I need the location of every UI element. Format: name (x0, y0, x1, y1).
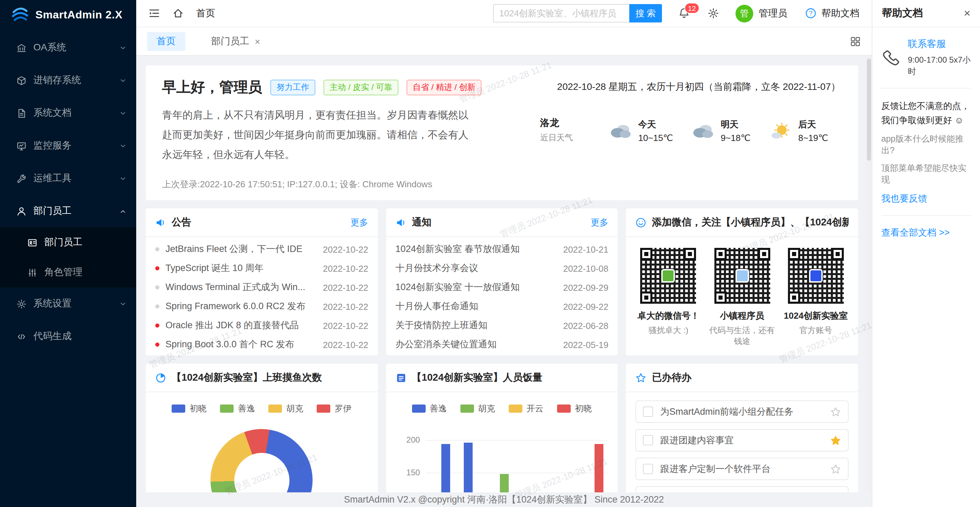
settings-button[interactable] (708, 8, 719, 19)
list-item[interactable]: 1024创新实验室 春节放假通知2022-10-21 (395, 240, 608, 259)
card-title: 添加微信，关注【小镇程序员】、【1024创新 (652, 216, 849, 229)
todo-text: 跟进客户定制一个软件平台 (660, 463, 830, 475)
speaker-icon (395, 217, 406, 228)
close-icon[interactable]: × (964, 6, 970, 20)
sidebar-item-monitor[interactable]: 监控服务 (0, 129, 136, 162)
welcome-title-row: 早上好，管理员 努力工作 主动 / 皮实 / 可靠 自省 / 精进 / 创新 (162, 78, 482, 97)
announcements-header: 公告 更多 (146, 208, 378, 237)
row-announcements: 公告 更多 JetBrains Fleet 公测，下一代 IDE2022-10-… (146, 208, 858, 356)
box-icon (16, 75, 27, 86)
legend-item: 善逸 (220, 403, 255, 414)
list-item[interactable]: Spring Boot 3.0.0 首个 RC 发布2022-10-22 (155, 335, 368, 354)
search-input[interactable] (493, 4, 629, 22)
legend-label: 善逸 (238, 403, 255, 414)
scrollbar-thumb[interactable] (867, 59, 871, 161)
sidebar-item-docs[interactable]: 系统文档 (0, 97, 136, 129)
svg-text:?: ? (809, 10, 813, 17)
gridline (425, 473, 607, 473)
list-item[interactable]: 办公室消杀关键位置通知2022-05-19 (395, 335, 608, 354)
list-item[interactable]: Windows Terminal 正式成为 Win...2022-10-22 (155, 278, 368, 297)
weather-day-today: 今天 10~15℃ (608, 118, 673, 143)
list-item[interactable]: JetBrains Fleet 公测，下一代 IDE2022-10-22 (155, 240, 368, 259)
notices-list: 1024创新实验室 春节放假通知2022-10-21 十月份技术分享会议2022… (386, 237, 618, 354)
footer-copyright: SmartAdmin V2.x @copyright 河南·洛阳【1024创新实… (136, 492, 872, 507)
header-right: 搜 索 12 管 管理员 ? 帮助文档 (493, 4, 859, 22)
list-item[interactable]: TypeScript 诞生 10 周年2022-10-22 (155, 259, 368, 278)
announcements-more-link[interactable]: 更多 (350, 216, 368, 229)
legend-label: 开云 (527, 403, 544, 414)
sidebar-item-oa[interactable]: OA系统 (0, 31, 136, 64)
list-item[interactable]: 十月份人事任命通知2022-09-22 (395, 297, 608, 316)
meal-chart-header: 【1024创新实验室】人员饭量 (386, 364, 618, 392)
qr-1024lab: 1024创新实验室 官方账号 (780, 248, 851, 346)
list-item[interactable]: 关于疫情防控上班通知2022-06-28 (395, 316, 608, 335)
sidebar-subitem-dept-staff[interactable]: 部门员工 (0, 227, 136, 257)
cloud-icon (690, 122, 715, 139)
todo-item[interactable]: 为SmartAdmin前端小组分配任务 (636, 401, 849, 423)
todo-checkbox[interactable] (643, 435, 654, 445)
feedback-heading: 反馈让您不满意的点，我们争取做到更好 ☺ (881, 99, 971, 127)
star-toggle-icon[interactable] (830, 406, 841, 417)
list-item[interactable]: Spring Framework 6.0.0 RC2 发布2022-10-22 (155, 297, 368, 316)
legend-item: 罗伊 (317, 403, 352, 414)
legend-item: 胡克 (269, 403, 304, 414)
sidebar-subitem-roles[interactable]: 角色管理 (0, 257, 136, 288)
star-toggle-icon[interactable] (830, 463, 841, 474)
todo-checkbox[interactable] (643, 464, 654, 474)
chevron-down-icon (119, 109, 127, 117)
bullet-dot (155, 266, 159, 270)
tab-home[interactable]: 首页 (147, 32, 185, 51)
legend-label: 罗伊 (335, 403, 352, 414)
help-docs-button[interactable]: ? 帮助文档 (805, 7, 859, 19)
sidebar-item-settings[interactable]: 系统设置 (0, 288, 136, 320)
star-toggle-icon[interactable] (830, 435, 841, 446)
list-item[interactable]: Oracle 推出 JDK 8 的直接替代品2022-10-22 (155, 316, 368, 335)
sidebar-item-label: 部门员工 (33, 205, 72, 217)
sidebar-item-ops[interactable]: 运维工具 (0, 162, 136, 195)
chevron-up-icon (119, 207, 127, 215)
phone-icon (881, 48, 900, 67)
bullet-dot (155, 323, 159, 327)
weather-day-temp: 9~18℃ (721, 132, 751, 143)
wechat-card: 添加微信，关注【小镇程序员】、【1024创新 卓大的微信号！ 骚扰卓大 :) 小… (626, 208, 858, 356)
search-button[interactable]: 搜 索 (629, 4, 662, 22)
legend-label: 胡克 (286, 403, 304, 414)
notification-badge: 12 (684, 3, 699, 14)
qr-desc: 代码与生活，还有钱途 (706, 325, 777, 346)
legend-swatch (557, 405, 571, 413)
user-menu[interactable]: 管 管理员 (735, 5, 787, 22)
item-date: 2022-10-22 (323, 282, 368, 292)
sidebar-item-inventory[interactable]: 进销存系统 (0, 64, 136, 97)
qr-code-image (641, 248, 696, 304)
home-icon[interactable] (172, 8, 184, 19)
legend-item: 开云 (509, 403, 544, 414)
item-date: 2022-05-19 (563, 340, 608, 350)
todo-checkbox[interactable] (643, 407, 654, 417)
notices-more-link[interactable]: 更多 (591, 216, 608, 229)
qr-code-image (788, 248, 844, 304)
chevron-down-icon (119, 300, 127, 307)
sidebar-item-dept[interactable]: 部门员工 (0, 195, 136, 227)
card-title: 【1024创新实验室】人员饭量 (412, 371, 608, 384)
todo-item[interactable]: 跟进团建内容事宜 (636, 429, 849, 451)
id-card-icon (27, 237, 37, 248)
notifications[interactable]: 12 (678, 8, 690, 19)
bullet-dot (155, 304, 159, 308)
tab-close-icon[interactable]: × (255, 36, 260, 47)
list-item[interactable]: 1024创新实验室 十一放假通知2022-09-29 (395, 278, 608, 297)
todo-item[interactable]: 跟进客户定制一个软件平台 (636, 458, 849, 480)
list-item[interactable]: 十月份技术分享会议2022-10-08 (395, 259, 608, 278)
menu-fold-icon[interactable] (148, 8, 160, 19)
layout-grid-icon[interactable] (850, 36, 861, 47)
all-docs-link[interactable]: 查看全部文档 >> (881, 227, 971, 239)
card-title: 【1024创新实验室】上班摸鱼次数 (172, 371, 368, 384)
tab-dept[interactable]: 部门员工 × (202, 32, 270, 51)
sliders-icon (27, 267, 37, 278)
qr-center-logo (809, 269, 822, 283)
qr-name: 1024创新实验室 (780, 310, 851, 322)
contact-support-link[interactable]: 联系客服 (908, 38, 971, 50)
notices-header: 通知 更多 (386, 208, 618, 237)
feedback-link[interactable]: 我也要反馈 (881, 193, 971, 205)
weather-city: 洛龙 (540, 117, 573, 129)
sidebar-item-codegen[interactable]: 代码生成 (0, 320, 136, 353)
